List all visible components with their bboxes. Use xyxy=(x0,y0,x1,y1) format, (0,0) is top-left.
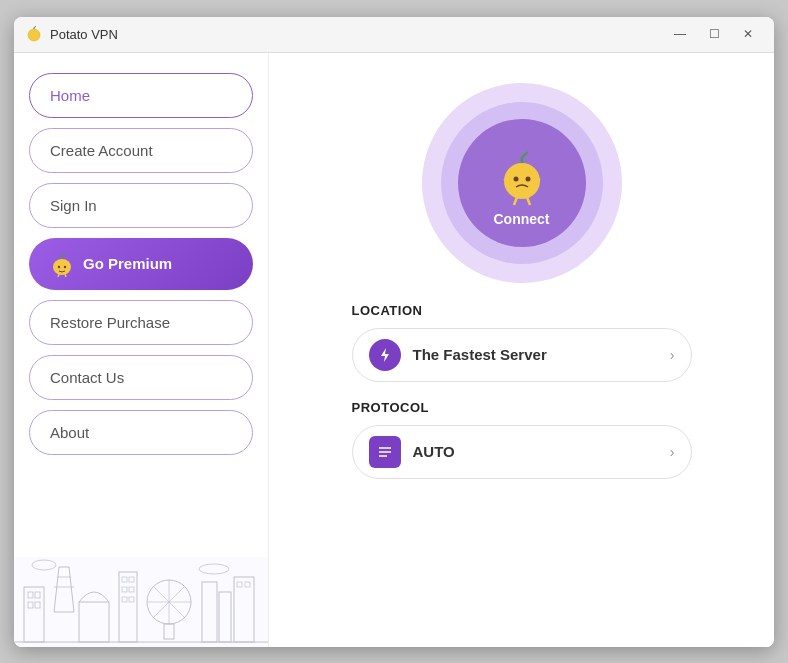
svg-point-45 xyxy=(513,176,518,181)
titlebar-left: Potato VPN xyxy=(26,26,118,42)
cityscape-illustration xyxy=(14,557,268,647)
protocol-chevron: › xyxy=(670,444,675,460)
svg-point-46 xyxy=(525,176,530,181)
restore-purchase-button[interactable]: Restore Purchase xyxy=(29,300,253,345)
protocol-value: AUTO xyxy=(413,443,670,460)
sidebar-item-contact-us: Contact Us xyxy=(29,355,253,400)
close-button[interactable]: ✕ xyxy=(734,23,762,45)
svg-line-50 xyxy=(527,197,530,205)
location-section: LOCATION The Fastest Server › xyxy=(352,303,692,382)
sign-in-button[interactable]: Sign In xyxy=(29,183,253,228)
svg-line-44 xyxy=(522,152,528,157)
titlebar: Potato VPN — ☐ ✕ xyxy=(14,17,774,53)
sidebar-item-premium: Go Premium xyxy=(29,238,253,290)
sidebar-item-create-account: Create Account xyxy=(29,128,253,173)
titlebar-controls: — ☐ ✕ xyxy=(666,23,762,45)
maximize-button[interactable]: ☐ xyxy=(700,23,728,45)
location-icon xyxy=(369,339,401,371)
contact-us-button[interactable]: Contact Us xyxy=(29,355,253,400)
protocol-section: PROTOCOL AUTO › xyxy=(352,400,692,479)
connect-rings: Connect xyxy=(422,83,622,283)
minimize-button[interactable]: — xyxy=(666,23,694,45)
lightning-icon xyxy=(376,346,394,364)
svg-line-9 xyxy=(58,274,59,277)
premium-potato-icon xyxy=(49,251,75,277)
go-premium-button[interactable]: Go Premium xyxy=(29,238,253,290)
svg-rect-11 xyxy=(14,557,268,647)
main-content: Connect LOCATION The Fastest Server › xyxy=(269,53,774,647)
sidebar: Home Create Account Sign In xyxy=(14,53,269,647)
protocol-label: PROTOCOL xyxy=(352,400,692,415)
svg-point-4 xyxy=(53,259,71,275)
svg-point-8 xyxy=(64,265,66,267)
connect-area: Connect xyxy=(422,83,622,283)
svg-line-3 xyxy=(34,27,36,28)
protocol-lines-icon xyxy=(376,443,394,461)
app-window: Potato VPN — ☐ ✕ Home Create Account Sig… xyxy=(14,17,774,647)
svg-marker-51 xyxy=(381,348,389,362)
protocol-icon xyxy=(369,436,401,468)
sidebar-item-home: Home xyxy=(29,73,253,118)
svg-line-10 xyxy=(65,274,66,277)
connect-button[interactable]: Connect xyxy=(458,119,586,247)
home-button[interactable]: Home xyxy=(29,73,253,118)
svg-point-42 xyxy=(504,163,540,199)
sidebar-item-about: About xyxy=(29,410,253,455)
potato-character xyxy=(492,139,552,207)
svg-line-49 xyxy=(514,197,517,205)
svg-point-7 xyxy=(58,265,60,267)
about-button[interactable]: About xyxy=(29,410,253,455)
sidebar-item-sign-in: Sign In xyxy=(29,183,253,228)
sidebar-item-restore-purchase: Restore Purchase xyxy=(29,300,253,345)
sidebar-cityscape xyxy=(14,557,268,647)
svg-line-6 xyxy=(62,254,65,256)
create-account-button[interactable]: Create Account xyxy=(29,128,253,173)
app-icon xyxy=(26,26,42,42)
location-value: The Fastest Server xyxy=(413,346,670,363)
window-title: Potato VPN xyxy=(50,27,118,42)
protocol-option[interactable]: AUTO › xyxy=(352,425,692,479)
location-label: LOCATION xyxy=(352,303,692,318)
location-chevron: › xyxy=(670,347,675,363)
location-option[interactable]: The Fastest Server › xyxy=(352,328,692,382)
connect-label: Connect xyxy=(494,211,550,227)
app-body: Home Create Account Sign In xyxy=(14,53,774,647)
